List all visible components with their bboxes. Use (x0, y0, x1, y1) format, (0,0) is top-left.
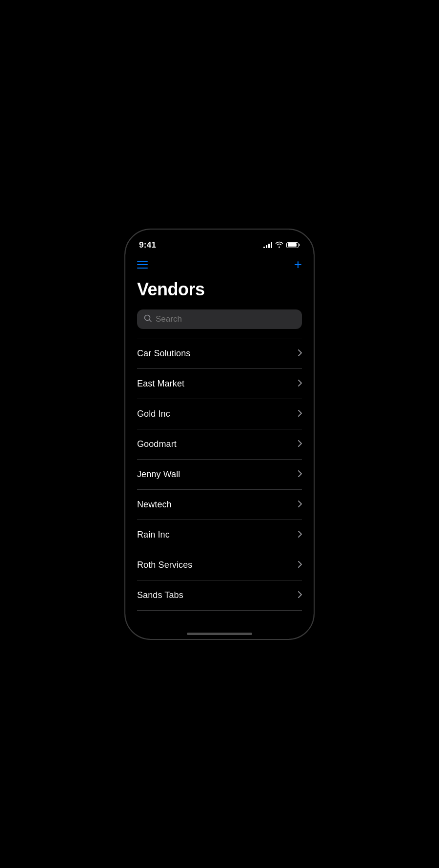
list-item[interactable]: Roth Services (137, 550, 302, 580)
chevron-right-icon (298, 380, 302, 388)
vendor-name: Jenny Wall (137, 469, 180, 480)
menu-line-2 (137, 264, 148, 265)
phone-frame: 9:41 (124, 229, 315, 640)
list-item[interactable]: Gold Inc (137, 399, 302, 429)
wifi-icon (275, 241, 283, 249)
vendor-list: Car Solutions East Market Gold Inc Goodm… (137, 339, 302, 611)
list-item[interactable]: Sands Tabs (137, 580, 302, 611)
chevron-right-icon (298, 349, 302, 358)
chevron-right-icon (298, 531, 302, 540)
phone-screen: 9:41 (125, 230, 314, 639)
chevron-right-icon (298, 440, 302, 449)
chevron-right-icon (298, 501, 302, 509)
dynamic-island (190, 235, 249, 252)
page-title: Vendors (137, 279, 302, 300)
search-icon (144, 314, 152, 324)
svg-line-1 (149, 320, 151, 322)
chevron-right-icon (298, 470, 302, 479)
chevron-right-icon (298, 410, 302, 419)
vendor-name: Goodmart (137, 439, 177, 449)
list-item[interactable]: Goodmart (137, 429, 302, 460)
vendor-name: Gold Inc (137, 409, 170, 419)
list-item[interactable]: Rain Inc (137, 520, 302, 550)
signal-icon (263, 242, 272, 248)
search-input[interactable] (156, 314, 295, 324)
menu-button[interactable] (137, 261, 148, 269)
chevron-right-icon (298, 591, 302, 600)
list-item[interactable]: Newtech (137, 490, 302, 520)
menu-line-3 (137, 268, 148, 269)
vendor-name: East Market (137, 379, 184, 389)
list-item[interactable]: Jenny Wall (137, 460, 302, 490)
app-content: + Vendors Car Solutions East Market (125, 254, 314, 611)
menu-line-1 (137, 261, 148, 262)
power-button[interactable] (314, 317, 315, 356)
home-indicator (187, 633, 252, 635)
vendor-name: Rain Inc (137, 530, 170, 540)
add-vendor-button[interactable]: + (294, 258, 302, 271)
vendor-name: Sands Tabs (137, 590, 183, 600)
list-item[interactable]: East Market (137, 369, 302, 399)
battery-icon (286, 242, 300, 248)
status-time: 9:41 (139, 240, 156, 250)
list-item[interactable]: Car Solutions (137, 339, 302, 369)
chevron-right-icon (298, 561, 302, 570)
vendor-name: Car Solutions (137, 348, 190, 359)
header-row: + (137, 254, 302, 279)
status-icons (263, 241, 300, 249)
vendor-name: Roth Services (137, 560, 192, 570)
search-bar[interactable] (137, 309, 302, 329)
vendor-name: Newtech (137, 500, 172, 510)
